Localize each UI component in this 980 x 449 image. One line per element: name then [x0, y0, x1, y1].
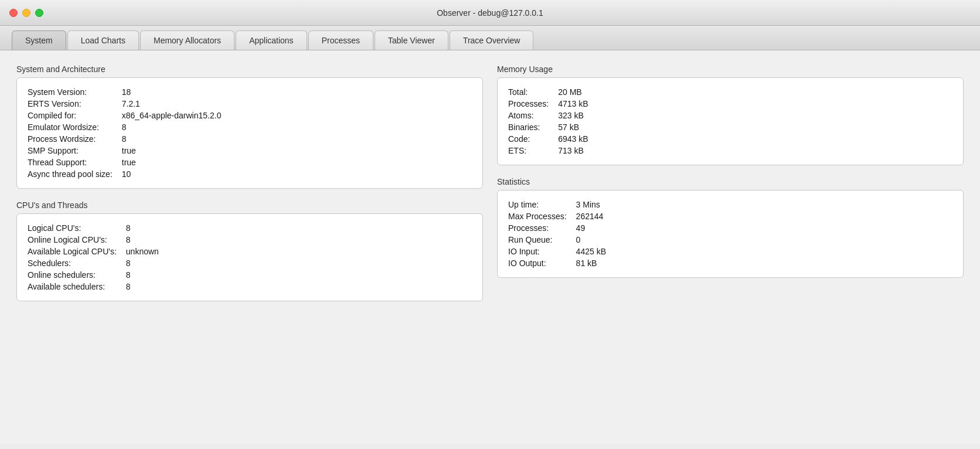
- run-queue-value: 0: [576, 235, 952, 244]
- code-label: Code:: [508, 134, 549, 144]
- binaries-label: Binaries:: [508, 123, 549, 132]
- stat-processes-value: 49: [576, 223, 952, 233]
- tab-trace-overview[interactable]: Trace Overview: [450, 30, 534, 50]
- system-architecture-section: System and Architecture System Version: …: [16, 64, 483, 189]
- statistics-section: Statistics Up time: 3 Mins Max Processes…: [497, 177, 964, 278]
- system-architecture-title: System and Architecture: [16, 64, 483, 74]
- online-schedulers-value: 8: [126, 270, 472, 280]
- system-architecture-box: System Version: 18 ERTS Version: 7.2.1 C…: [16, 77, 483, 189]
- statistics-table: Up time: 3 Mins Max Processes: 262144 Pr…: [508, 200, 952, 268]
- mem-processes-label: Processes:: [508, 99, 549, 108]
- cpu-threads-section: CPU's and Threads Logical CPU's: 8 Onlin…: [16, 200, 483, 301]
- avail-schedulers-value: 8: [126, 282, 472, 291]
- total-value: 20 MB: [558, 87, 952, 97]
- schedulers-label: Schedulers:: [28, 258, 117, 268]
- io-output-value: 81 kB: [576, 258, 952, 268]
- max-processes-label: Max Processes:: [508, 212, 567, 221]
- online-logical-cpu-label: Online Logical CPU's:: [28, 235, 117, 244]
- window-controls: [9, 9, 43, 17]
- erts-version-value: 7.2.1: [122, 99, 472, 108]
- logical-cpu-label: Logical CPU's:: [28, 223, 117, 233]
- ets-value: 713 kB: [558, 146, 952, 155]
- memory-usage-box: Total: 20 MB Processes: 4713 kB Atoms: 3…: [497, 77, 964, 165]
- avail-schedulers-label: Available schedulers:: [28, 282, 117, 291]
- run-queue-label: Run Queue:: [508, 235, 567, 244]
- tab-applications[interactable]: Applications: [236, 30, 307, 50]
- code-value: 6943 kB: [558, 134, 952, 144]
- statistics-title: Statistics: [497, 177, 964, 186]
- process-wordsize-value: 8: [122, 134, 472, 144]
- thread-support-value: true: [122, 158, 472, 167]
- atoms-label: Atoms:: [508, 111, 549, 120]
- maximize-button[interactable]: [35, 9, 43, 17]
- tab-table-viewer[interactable]: Table Viewer: [375, 30, 448, 50]
- memory-usage-title: Memory Usage: [497, 64, 964, 74]
- io-input-value: 4425 kB: [576, 247, 952, 256]
- io-output-label: IO Output:: [508, 258, 567, 268]
- thread-support-label: Thread Support:: [28, 158, 113, 167]
- uptime-value: 3 Mins: [576, 200, 952, 209]
- cpu-threads-title: CPU's and Threads: [16, 200, 483, 210]
- minimize-button[interactable]: [22, 9, 30, 17]
- avail-logical-cpu-label: Available Logical CPU's:: [28, 247, 117, 256]
- async-pool-value: 10: [122, 169, 472, 179]
- process-wordsize-label: Process Wordsize:: [28, 134, 113, 144]
- schedulers-value: 8: [126, 258, 472, 268]
- atoms-value: 323 kB: [558, 111, 952, 120]
- compiled-for-label: Compiled for:: [28, 111, 113, 120]
- stat-processes-label: Processes:: [508, 223, 567, 233]
- uptime-label: Up time:: [508, 200, 567, 209]
- online-schedulers-label: Online schedulers:: [28, 270, 117, 280]
- left-panel: System and Architecture System Version: …: [16, 64, 483, 430]
- online-logical-cpu-value: 8: [126, 235, 472, 244]
- emulator-wordsize-value: 8: [122, 123, 472, 132]
- mem-processes-value: 4713 kB: [558, 99, 952, 108]
- smp-support-value: true: [122, 146, 472, 155]
- statistics-box: Up time: 3 Mins Max Processes: 262144 Pr…: [497, 190, 964, 278]
- window-title: Observer - debug@127.0.0.1: [437, 8, 543, 18]
- smp-support-label: SMP Support:: [28, 146, 113, 155]
- cpu-threads-table: Logical CPU's: 8 Online Logical CPU's: 8…: [28, 223, 472, 291]
- memory-usage-table: Total: 20 MB Processes: 4713 kB Atoms: 3…: [508, 87, 952, 155]
- io-input-label: IO Input:: [508, 247, 567, 256]
- logical-cpu-value: 8: [126, 223, 472, 233]
- sys-version-value: 18: [122, 87, 472, 97]
- tabbar: System Load Charts Memory Allocators App…: [0, 26, 980, 50]
- tab-processes[interactable]: Processes: [308, 30, 373, 50]
- async-pool-label: Async thread pool size:: [28, 169, 113, 179]
- titlebar: Observer - debug@127.0.0.1: [0, 0, 980, 26]
- right-panel: Memory Usage Total: 20 MB Processes: 471…: [497, 64, 964, 430]
- max-processes-value: 262144: [576, 212, 952, 221]
- total-label: Total:: [508, 87, 549, 97]
- binaries-value: 57 kB: [558, 123, 952, 132]
- memory-usage-section: Memory Usage Total: 20 MB Processes: 471…: [497, 64, 964, 165]
- tab-load-charts[interactable]: Load Charts: [67, 30, 139, 50]
- ets-label: ETS:: [508, 146, 549, 155]
- compiled-for-value: x86_64-apple-darwin15.2.0: [122, 111, 472, 120]
- main-content: System and Architecture System Version: …: [0, 50, 980, 444]
- emulator-wordsize-label: Emulator Wordsize:: [28, 123, 113, 132]
- system-architecture-table: System Version: 18 ERTS Version: 7.2.1 C…: [28, 87, 472, 179]
- close-button[interactable]: [9, 9, 18, 17]
- sys-version-label: System Version:: [28, 87, 113, 97]
- tab-system[interactable]: System: [12, 30, 66, 50]
- cpu-threads-box: Logical CPU's: 8 Online Logical CPU's: 8…: [16, 213, 483, 301]
- tab-memory-allocators[interactable]: Memory Allocators: [140, 30, 234, 50]
- erts-version-label: ERTS Version:: [28, 99, 113, 108]
- avail-logical-cpu-value: unknown: [126, 247, 472, 256]
